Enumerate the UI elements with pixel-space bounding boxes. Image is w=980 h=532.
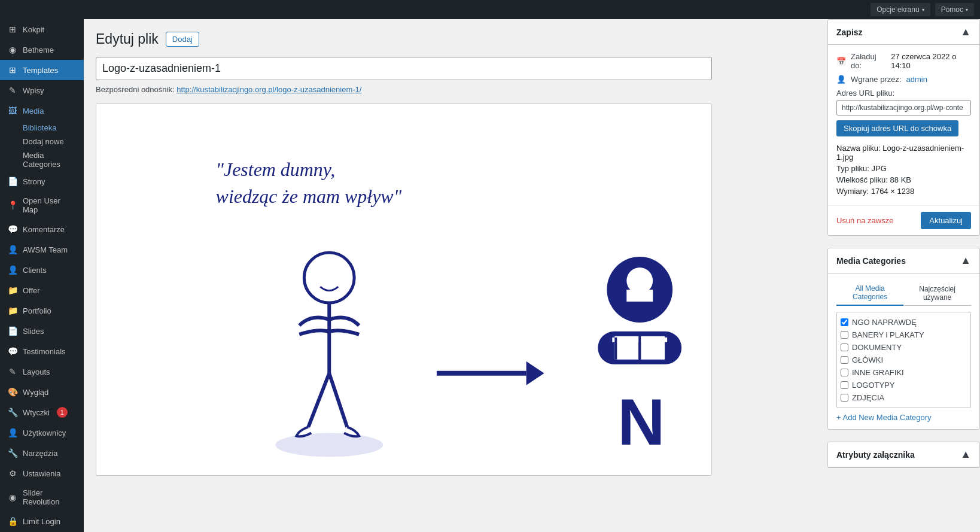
- sidebar-item-wpisy[interactable]: ✎ Wpisy: [0, 80, 84, 101]
- url-input[interactable]: [836, 100, 971, 115]
- svg-rect-12: [626, 290, 653, 302]
- zaladuj-row: 📅 Załaduj do: 27 czerwca 2022 o 14:10: [836, 52, 971, 70]
- page-title: Edytuj plik: [96, 31, 159, 47]
- page-header: Edytuj plik Dodaj: [96, 31, 815, 47]
- sidebar-item-komentarze[interactable]: 💬 Komentarze: [0, 219, 84, 239]
- svg-rect-17: [614, 338, 617, 360]
- sidebar-item-offer[interactable]: 📁 Offer: [0, 280, 84, 300]
- glowki-checkbox[interactable]: [841, 356, 848, 364]
- list-item: LOGOTYPY: [841, 379, 967, 391]
- sidebar-item-strony[interactable]: 📄 Strony: [0, 171, 84, 191]
- zapisz-toggle-icon: ▲: [960, 26, 971, 38]
- wtyczki-icon: 🔧: [7, 407, 18, 418]
- sidebar-item-media[interactable]: 🖼 Media: [0, 101, 84, 121]
- tab-all-categories[interactable]: All Media Categories: [836, 281, 903, 306]
- logotypy-checkbox[interactable]: [841, 381, 848, 389]
- svg-rect-18: [638, 338, 641, 360]
- sidebar-item-kokpit[interactable]: ⊞ Kokpit: [0, 19, 84, 39]
- wymiary-row: Wymiary: 1764 × 1238: [836, 187, 971, 196]
- pomoc-button[interactable]: Pomoc ▾: [935, 3, 974, 16]
- media-categories-title: Media Categories: [836, 256, 906, 266]
- sidebar-item-slider-revolution[interactable]: ◉ Slider Revolution: [0, 484, 84, 511]
- uzytkownicy-icon: 👤: [7, 427, 18, 438]
- image-preview: "Jestem dumny, wiedząc że mam wpływ": [96, 104, 712, 476]
- dokumenty-label: DOKUMENTY: [852, 343, 902, 352]
- ngo-checkbox[interactable]: [841, 318, 848, 326]
- main-content: Edytuj plik Dodaj Bezpośredni odnośnik: …: [84, 19, 827, 532]
- media-categories-toggle-icon: ▲: [960, 254, 971, 267]
- zapisz-header[interactable]: Zapisz ▲: [828, 20, 979, 45]
- file-name-input[interactable]: [96, 57, 712, 80]
- sidebar-sub-dodaj-nowe[interactable]: Dodaj nowe: [0, 135, 84, 148]
- media-categories-body: All Media Categories Najczęściej używane…: [828, 273, 979, 429]
- sidebar-item-wtyczki[interactable]: 🔧 Wtyczki 1: [0, 402, 84, 422]
- narzedzia-icon: 🔧: [7, 448, 18, 458]
- sidebar-item-uzytkownicy[interactable]: 👤 Użytkownicy: [0, 422, 84, 443]
- wyglad-icon: 🎨: [7, 387, 18, 397]
- wielkosc-pliku-row: Wielkość pliku: 88 KB: [836, 175, 971, 184]
- wtyczki-badge: 1: [57, 407, 68, 418]
- atrybuty-header[interactable]: Atrybuty załącznika ▲: [828, 442, 979, 467]
- sidebar-item-awsm-team[interactable]: 👤 AWSM Team: [0, 239, 84, 260]
- zdjecia-checkbox[interactable]: [841, 394, 848, 402]
- svg-text:wiedząc że mam wpływ": wiedząc że mam wpływ": [216, 186, 402, 207]
- clients-icon: 👤: [7, 265, 18, 275]
- inne-label: INNE GRAFIKI: [852, 368, 904, 377]
- add-category-link[interactable]: + Add New Media Category: [836, 413, 932, 422]
- zapisz-body: 📅 Załaduj do: 27 czerwca 2022 o 14:10 👤 …: [828, 45, 979, 205]
- sidebar-item-templates[interactable]: ⊞ Templates: [0, 60, 84, 80]
- sidebar-item-clients[interactable]: 👤 Clients: [0, 260, 84, 280]
- sidebar-item-betheme[interactable]: ◉ Betheme: [0, 39, 84, 60]
- sidebar-item-ustawienia[interactable]: ⚙ Ustawienia: [0, 463, 84, 484]
- admin-link[interactable]: admin: [906, 75, 927, 84]
- inne-checkbox[interactable]: [841, 369, 848, 376]
- slider-icon: ◉: [7, 492, 18, 503]
- zdjecia-label: ZDJĘCIA: [852, 393, 884, 402]
- tab-popular-categories[interactable]: Najczęściej używane: [903, 281, 971, 305]
- sidebar-item-portfolio[interactable]: 📁 Portfolio: [0, 300, 84, 321]
- calendar-icon: 📅: [836, 57, 846, 66]
- sidebar-item-layouts[interactable]: ✎ Layouts: [0, 361, 84, 382]
- sidebar-item-open-user-map[interactable]: 📍 Open User Map: [0, 191, 84, 219]
- delete-link[interactable]: Usuń na zawsze: [836, 216, 893, 225]
- templates-icon: ⊞: [7, 65, 18, 75]
- top-bar: Opcje ekranu ▾ Pomoc ▾: [0, 0, 980, 19]
- svg-point-3: [275, 433, 383, 457]
- atrybuty-toggle-icon: ▲: [960, 448, 971, 461]
- permalink: Bezpośredni odnośnik: http://kustabiliza…: [96, 85, 815, 94]
- sidebar-item-wyglad[interactable]: 🎨 Wygląd: [0, 382, 84, 402]
- dokumenty-checkbox[interactable]: [841, 343, 848, 351]
- nazwa-pliku-row: Nazwa pliku: Logo-z-uzasadnieniem-1.jpg: [836, 144, 971, 162]
- media-categories-metabox: Media Categories ▲ All Media Categories …: [827, 248, 980, 430]
- copy-url-button[interactable]: Skopiuj adres URL do schowka: [836, 120, 958, 136]
- atrybuty-title: Atrybuty załącznika: [836, 450, 915, 460]
- media-categories-header[interactable]: Media Categories ▲: [828, 248, 979, 273]
- testimonials-icon: 💬: [7, 346, 18, 357]
- add-button[interactable]: Dodaj: [166, 32, 199, 47]
- list-item: NGO NAPRAWDĘ: [841, 316, 967, 329]
- mc-list: NGO NAPRAWDĘ BANERY i PLAKATY DOKUMENTY …: [836, 312, 971, 408]
- sidebar-item-slides[interactable]: 📄 Slides: [0, 321, 84, 341]
- permalink-link[interactable]: http://kustabilizacjingo.org.pl/logo-z-u…: [176, 85, 361, 94]
- sidebar-sub-biblioteka[interactable]: Biblioteka: [0, 121, 84, 135]
- update-button[interactable]: Aktualizuj: [921, 212, 971, 229]
- banery-checkbox[interactable]: [841, 331, 848, 339]
- ngo-label: NGO NAPRAWDĘ: [852, 318, 917, 327]
- sidebar-sub-media-categories[interactable]: Media Categories: [0, 148, 84, 171]
- layouts-icon: ✎: [7, 366, 18, 377]
- sidebar-item-limit-login[interactable]: 🔒 Limit Login: [0, 511, 84, 531]
- wgrane-row: 👤 Wgrane przez: admin: [836, 75, 971, 84]
- sidebar-item-testimonials[interactable]: 💬 Testimonials: [0, 341, 84, 361]
- pomoc-chevron-icon: ▾: [966, 7, 968, 13]
- user-icon: 👤: [836, 75, 846, 84]
- opcje-ekranu-button[interactable]: Opcje ekranu ▾: [871, 3, 930, 16]
- wpisy-icon: ✎: [7, 85, 18, 96]
- offer-icon: 📁: [7, 285, 18, 296]
- banery-label: BANERY i PLAKATY: [852, 330, 924, 339]
- slides-icon: 📄: [7, 326, 18, 336]
- zapisz-footer: Usuń na zawsze Aktualizuj: [828, 205, 979, 235]
- awsm-icon: 👤: [7, 244, 18, 255]
- sidebar-item-narzedzia[interactable]: 🔧 Narzędzia: [0, 443, 84, 463]
- mc-tabs: All Media Categories Najczęściej używane: [836, 281, 971, 306]
- zapisz-metabox: Zapisz ▲ 📅 Załaduj do: 27 czerwca 2022 o…: [827, 19, 980, 236]
